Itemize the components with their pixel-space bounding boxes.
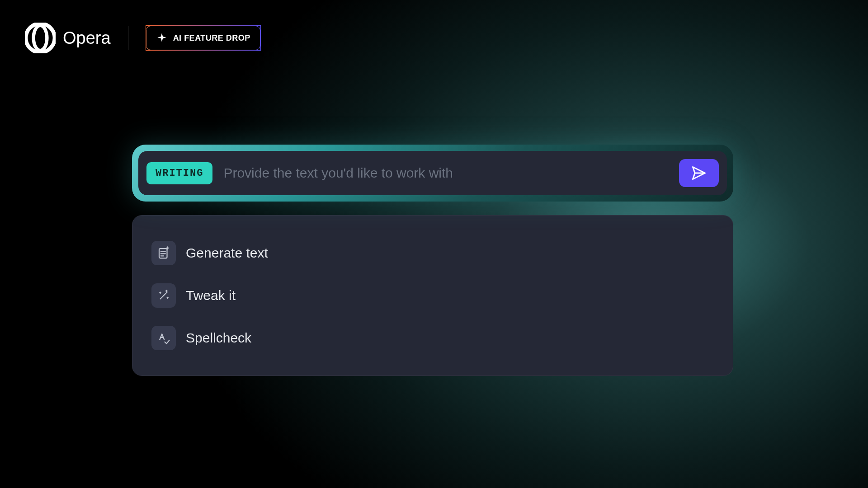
option-label: Generate text bbox=[186, 245, 268, 261]
opera-icon bbox=[25, 23, 56, 53]
send-icon bbox=[691, 165, 707, 181]
option-label: Spellcheck bbox=[186, 330, 251, 346]
input-wrapper: WRITING bbox=[132, 145, 733, 202]
feature-badge[interactable]: AI FEATURE DROP bbox=[146, 25, 261, 51]
feature-badge-label: AI FEATURE DROP bbox=[173, 33, 250, 43]
svg-point-0 bbox=[26, 23, 55, 52]
brand-name: Opera bbox=[63, 28, 111, 48]
main-container: WRITING Generate bbox=[132, 145, 733, 376]
spellcheck-icon bbox=[151, 326, 176, 350]
svg-point-1 bbox=[33, 25, 47, 50]
option-tweak-it[interactable]: Tweak it bbox=[151, 274, 714, 317]
document-plus-icon bbox=[151, 241, 176, 265]
ai-sparkle-icon bbox=[156, 32, 168, 44]
header: Opera AI FEATURE DROP bbox=[25, 23, 261, 53]
options-panel: Generate text Tweak it bbox=[132, 215, 733, 376]
header-divider bbox=[128, 26, 128, 50]
magic-wand-icon bbox=[151, 283, 176, 308]
send-button[interactable] bbox=[679, 159, 719, 187]
option-spellcheck[interactable]: Spellcheck bbox=[151, 317, 714, 359]
input-bar: WRITING bbox=[138, 151, 727, 195]
option-generate-text[interactable]: Generate text bbox=[151, 232, 714, 274]
opera-logo: Opera bbox=[25, 23, 111, 53]
text-input[interactable] bbox=[223, 165, 668, 181]
option-label: Tweak it bbox=[186, 288, 236, 303]
svg-line-9 bbox=[160, 292, 167, 299]
mode-badge[interactable]: WRITING bbox=[146, 162, 212, 184]
